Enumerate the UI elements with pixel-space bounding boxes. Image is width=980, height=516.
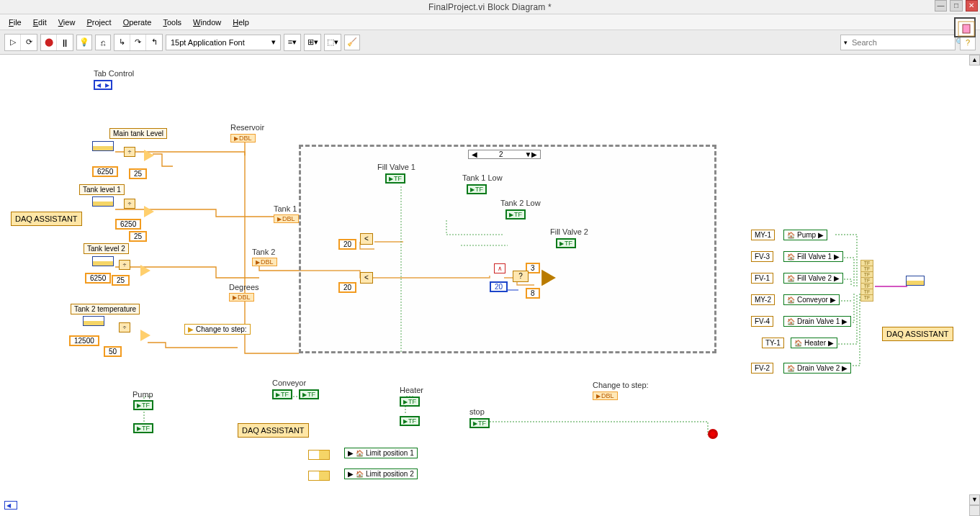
abort-button[interactable]: ⬤ xyxy=(41,35,57,50)
const-6250-a[interactable]: 6250 xyxy=(92,166,118,177)
compound-node[interactable] xyxy=(541,270,556,286)
const-25-b[interactable]: 25 xyxy=(129,231,147,242)
const-6250-c[interactable]: 6250 xyxy=(85,273,111,284)
menu-help[interactable]: Help xyxy=(227,17,255,28)
menu-file[interactable]: File xyxy=(3,17,27,28)
build-array-node[interactable]: TFTFTFTFTFTFTF xyxy=(860,260,873,302)
const-20-c[interactable]: 20 xyxy=(490,281,508,292)
step-over-button[interactable]: ↷ xyxy=(130,35,146,50)
local-limit-1[interactable]: ▶🏠Limit position 1 xyxy=(344,448,418,458)
distribute-button[interactable]: ⊞▾ xyxy=(305,35,320,50)
const-8[interactable]: 8 xyxy=(526,288,540,299)
tag-fv3[interactable]: FV-3 xyxy=(751,251,773,262)
conveyor-tf-2[interactable]: TF xyxy=(299,389,319,399)
degrees-indicator[interactable]: DBL xyxy=(229,293,254,302)
menu-window[interactable]: Window xyxy=(187,17,227,28)
run-continuous-button[interactable]: ⟳ xyxy=(21,35,37,50)
tank2-low-tf[interactable]: TF xyxy=(505,209,526,219)
menu-project[interactable]: Project xyxy=(81,17,117,28)
divide-node-1[interactable]: ÷ xyxy=(124,147,135,157)
local-drain-valve-2[interactable]: 🏠Drain Valve 2▶ xyxy=(783,363,851,374)
const-20-b[interactable]: 20 xyxy=(338,282,356,293)
heater-tf[interactable]: TF xyxy=(400,397,420,407)
const-12500[interactable]: 12500 xyxy=(69,335,99,346)
compare-1[interactable]: < xyxy=(360,233,373,245)
vi-icon[interactable] xyxy=(954,17,976,37)
tank2-temp-control[interactable]: Tank 2 temperature xyxy=(71,304,140,314)
dynamic-data-node-3[interactable] xyxy=(92,256,114,266)
pump-tf[interactable]: TF xyxy=(133,400,153,410)
tab-control-terminal[interactable]: ◀▶ xyxy=(94,80,112,90)
loop-stop-terminal[interactable] xyxy=(708,429,718,439)
daq-assistant-right[interactable]: DAQ ASSISTANT xyxy=(882,327,953,341)
step-out-button[interactable]: ↰ xyxy=(146,35,162,50)
pause-button[interactable]: || xyxy=(57,35,73,50)
local-conveyor[interactable]: 🏠Conveyor▶ xyxy=(783,294,840,305)
retain-wire-button[interactable]: ⎌ xyxy=(95,35,111,50)
conveyor-tf[interactable]: TF xyxy=(272,389,292,399)
tank2-indicator[interactable]: DBL xyxy=(252,258,277,266)
select-node[interactable]: ? xyxy=(513,271,529,282)
menu-operate[interactable]: Operate xyxy=(117,17,158,28)
menu-edit[interactable]: Edit xyxy=(27,17,53,28)
local-pump[interactable]: 🏠Pump▶ xyxy=(783,230,827,240)
case-selector[interactable]: ◀ 2 ▼▶ xyxy=(468,150,541,159)
pump-tf-2[interactable]: TF xyxy=(133,423,153,433)
write-node[interactable] xyxy=(906,276,925,286)
tag-ty1[interactable]: TY-1 xyxy=(762,338,784,348)
heater-tf-2[interactable]: TF xyxy=(400,416,420,426)
font-selector[interactable]: 15pt Application Font ▾ xyxy=(166,35,281,50)
change-step-right-ind[interactable]: DBL xyxy=(593,391,618,400)
stop-tf[interactable]: TF xyxy=(469,418,490,428)
highlight-button[interactable]: 💡 xyxy=(76,35,92,50)
local-change-step[interactable]: ▶Change to step: xyxy=(184,324,251,335)
main-tank-level-control[interactable]: Main tank Level xyxy=(109,128,167,139)
scroll-up-button[interactable]: ▲ xyxy=(969,55,980,65)
block-diagram-canvas[interactable]: Tab Control ◀▶ DAQ ASSISTANT Main tank L… xyxy=(0,55,980,516)
dynamic-data-node-2[interactable] xyxy=(92,196,114,207)
divide-node-3[interactable]: ÷ xyxy=(119,260,130,270)
daq-assistant-bottom[interactable]: DAQ ASSISTANT xyxy=(238,423,309,438)
tag-fv2[interactable]: FV-2 xyxy=(751,363,773,374)
minimize-button[interactable]: — xyxy=(935,0,947,12)
dyn-limit-1[interactable] xyxy=(308,450,330,460)
and-node[interactable]: ∧ xyxy=(494,263,505,273)
tag-my1[interactable]: MY-1 xyxy=(751,230,775,240)
const-25-c[interactable]: 25 xyxy=(112,275,130,286)
scroll-down-button[interactable]: ▼ xyxy=(969,494,980,505)
reservoir-indicator[interactable]: DBL xyxy=(230,134,256,142)
corner-terminal[interactable]: ◀ xyxy=(4,501,17,510)
run-button[interactable]: ▷ xyxy=(5,35,21,50)
tank1-low-tf[interactable]: TF xyxy=(467,184,487,194)
divide-node-4[interactable]: ÷ xyxy=(119,322,130,332)
local-drain-valve-1[interactable]: 🏠Drain Valve 1▶ xyxy=(783,316,851,327)
menu-tools[interactable]: Tools xyxy=(157,17,187,28)
const-25-a[interactable]: 25 xyxy=(129,168,147,179)
fill-valve-2-tf[interactable]: TF xyxy=(556,238,576,248)
tank-level-1-control[interactable]: Tank level 1 xyxy=(79,184,125,195)
align-button[interactable]: ≡▾ xyxy=(284,35,300,50)
step-into-button[interactable]: ↳ xyxy=(114,35,130,50)
dynamic-data-node-1[interactable] xyxy=(92,141,114,151)
case-structure[interactable] xyxy=(299,145,716,353)
dynamic-data-node-4[interactable] xyxy=(83,316,104,326)
tank1-indicator[interactable]: DBL xyxy=(274,214,299,223)
tag-my2[interactable]: MY-2 xyxy=(751,294,775,305)
local-heater[interactable]: 🏠Heater▶ xyxy=(791,338,837,348)
case-prev-icon[interactable]: ◀ xyxy=(472,150,477,158)
case-next-icon[interactable]: ▼▶ xyxy=(525,150,538,158)
menu-view[interactable]: View xyxy=(53,17,81,28)
tag-fv4[interactable]: FV-4 xyxy=(751,316,773,327)
const-20-a[interactable]: 20 xyxy=(338,239,356,250)
cleanup-button[interactable]: 🧹 xyxy=(344,35,360,50)
local-fill-valve-1[interactable]: 🏠Fill Valve 1▶ xyxy=(783,251,843,262)
local-fill-valve-2[interactable]: 🏠Fill Valve 2▶ xyxy=(783,273,843,284)
local-limit-2[interactable]: ▶🏠Limit position 2 xyxy=(344,469,418,479)
compare-2[interactable]: < xyxy=(360,272,373,284)
close-button[interactable]: ✕ xyxy=(966,0,978,12)
tag-fv1[interactable]: FV-1 xyxy=(751,273,773,284)
const-50[interactable]: 50 xyxy=(104,346,122,357)
reorder-button[interactable]: ⬚▾ xyxy=(325,35,341,50)
dyn-limit-2[interactable] xyxy=(308,471,330,481)
search-box[interactable]: ▾ 🔍 xyxy=(840,35,956,50)
